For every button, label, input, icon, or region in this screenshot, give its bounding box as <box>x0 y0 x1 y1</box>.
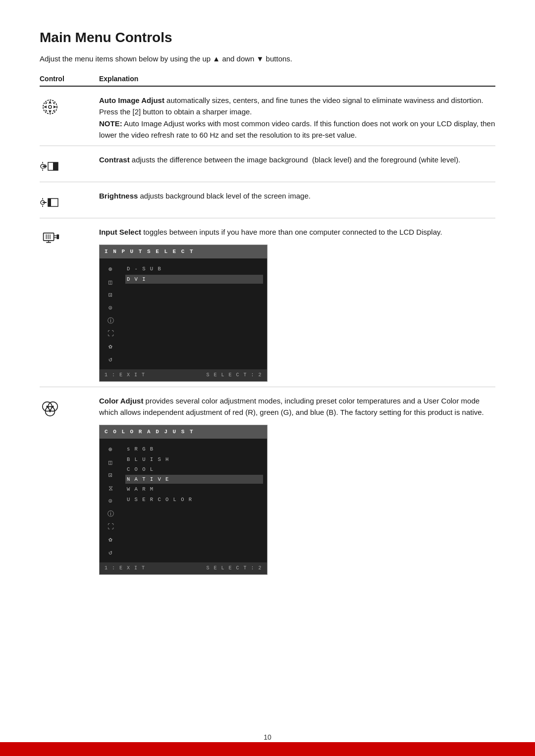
menu-icon-4: ⊙ <box>104 303 117 314</box>
color-menu-options: s R G B B L U I S H C O O L N A T I V E … <box>121 443 267 558</box>
color-option-srgb: s R G B <box>125 445 263 454</box>
menu-icon-5: ⓘ <box>104 316 117 327</box>
color-adjust-menu: C O L O R A D J U S T ⊕ ◫ ⊡ ⧖ ⊙ ⓘ ⛶ ✿ ↺ <box>99 425 268 575</box>
input-footer-left: 1 : E X I T <box>105 371 146 379</box>
color-menu-icon-1: ⊕ <box>104 445 117 455</box>
page-title: Main Menu Controls <box>40 30 495 46</box>
explanation-color-adjust: Color Adjust provides several color adju… <box>99 395 495 575</box>
input-footer-right: S E L E C T : 2 <box>206 371 262 379</box>
header-explanation: Explanation <box>99 75 495 83</box>
svg-point-32 <box>46 405 48 407</box>
intro-text: Adjust the menu items shown below by usi… <box>40 54 495 63</box>
auto-adjust-icon <box>40 97 60 117</box>
icon-contrast <box>40 154 99 177</box>
svg-rect-19 <box>48 199 51 206</box>
color-menu-icon-4: ⧖ <box>104 483 117 494</box>
explanation-auto-image-adjust: Auto Image Adjust automatically sizes, c… <box>99 95 495 141</box>
input-menu-title: I N P U T S E L E C T <box>100 245 267 258</box>
header-control: Control <box>40 75 99 83</box>
input-menu-footer: 1 : E X I T S E L E C T : 2 <box>100 369 267 381</box>
row-auto-image-adjust: Auto Image Adjust automatically sizes, c… <box>40 87 495 146</box>
input-select-menu: I N P U T S E L E C T ⊕ ◫ ⊡ ⊙ ⓘ ⛶ ✿ ↺ <box>99 245 268 382</box>
brightness-icon <box>40 192 60 213</box>
row-contrast: Contrast adjusts the difference between … <box>40 146 495 182</box>
input-option-dvi: D V I <box>125 275 263 284</box>
input-option-dsub: D - S U B <box>125 264 263 273</box>
color-menu-icon-7: ⛶ <box>104 522 117 533</box>
color-footer-right: S E L E C T : 2 <box>206 564 262 572</box>
menu-icon-3: ⊡ <box>104 290 117 301</box>
color-option-cool: C O O L <box>125 465 263 474</box>
menu-icon-1: ⊕ <box>104 264 117 275</box>
color-menu-icon-2: ◫ <box>104 457 117 468</box>
page-number: 10 <box>264 733 271 741</box>
color-option-bluish: B L U I S H <box>125 455 263 464</box>
explanation-input-select: Input Select toggles between inputs if y… <box>99 226 495 382</box>
color-menu-icon-3: ⊡ <box>104 470 117 481</box>
svg-rect-28 <box>56 234 59 239</box>
color-menu-footer: 1 : E X I T S E L E C T : 2 <box>100 562 267 574</box>
row-brightness: Brightness adjusts background black leve… <box>40 182 495 218</box>
color-menu-body: ⊕ ◫ ⊡ ⧖ ⊙ ⓘ ⛶ ✿ ↺ s R G B B L U I S H C … <box>100 439 267 562</box>
color-option-native: N A T I V E <box>125 475 263 484</box>
icon-input-select <box>40 226 99 249</box>
color-menu-icon-8: ✿ <box>104 535 117 546</box>
explanation-contrast: Contrast adjusts the difference between … <box>99 154 495 165</box>
color-menu-icon-9: ↺ <box>104 548 117 558</box>
svg-rect-13 <box>53 162 58 170</box>
color-menu-title: C O L O R A D J U S T <box>100 425 267 439</box>
table-header: Control Explanation <box>40 75 495 87</box>
input-menu-body: ⊕ ◫ ⊡ ⊙ ⓘ ⛶ ✿ ↺ D - S U B D V I <box>100 258 267 369</box>
input-menu-options: D - S U B D V I <box>121 262 267 365</box>
input-menu-icons: ⊕ ◫ ⊡ ⊙ ⓘ ⛶ ✿ ↺ <box>100 262 121 365</box>
color-option-user: U S E R C O L O R <box>125 495 263 504</box>
color-adjust-icon <box>40 397 60 418</box>
color-menu-icon-6: ⓘ <box>104 509 117 520</box>
menu-icon-7: ✿ <box>104 342 117 353</box>
input-select-icon <box>40 228 60 249</box>
svg-point-33 <box>52 405 54 407</box>
icon-brightness <box>40 190 99 213</box>
page-container: Main Menu Controls Adjust the menu items… <box>0 0 535 619</box>
color-option-warm: W A R M <box>125 485 263 494</box>
color-footer-left: 1 : E X I T <box>105 564 146 572</box>
menu-icon-8: ↺ <box>104 354 117 365</box>
row-input-select: Input Select toggles between inputs if y… <box>40 218 495 387</box>
red-bottom-bar <box>0 742 535 756</box>
color-menu-icon-5: ⊙ <box>104 496 117 507</box>
contrast-icon <box>40 156 60 177</box>
svg-rect-20 <box>44 233 54 241</box>
row-color-adjust: Color Adjust provides several color adju… <box>40 387 495 580</box>
svg-point-5 <box>49 105 52 108</box>
menu-icon-2: ◫ <box>104 277 117 288</box>
menu-icon-6: ⛶ <box>104 329 117 340</box>
explanation-brightness: Brightness adjusts background black leve… <box>99 190 495 202</box>
icon-auto-image-adjust <box>40 95 99 117</box>
icon-color-adjust <box>40 395 99 418</box>
svg-point-34 <box>49 410 51 412</box>
color-menu-icons: ⊕ ◫ ⊡ ⧖ ⊙ ⓘ ⛶ ✿ ↺ <box>100 443 121 558</box>
